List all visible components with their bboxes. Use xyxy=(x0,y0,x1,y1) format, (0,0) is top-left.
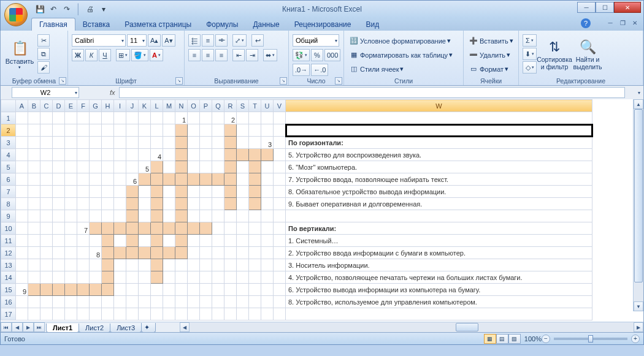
cell-K8[interactable] xyxy=(139,198,151,210)
cell-G11[interactable] xyxy=(90,235,102,247)
cell-L13[interactable] xyxy=(151,259,163,271)
grow-font-button[interactable]: A▴ xyxy=(148,34,161,47)
cell-H7[interactable] xyxy=(102,186,114,198)
col-header-T[interactable]: T xyxy=(249,100,261,112)
row-header-2[interactable]: 2 xyxy=(1,124,16,137)
cell-S5[interactable] xyxy=(237,161,249,173)
col-header-L[interactable]: L xyxy=(151,100,163,112)
cell-A16[interactable] xyxy=(16,296,28,308)
window-close-button[interactable]: ✕ xyxy=(614,2,641,13)
cell-V8[interactable] xyxy=(274,198,286,210)
cell-G7[interactable] xyxy=(90,186,102,198)
cell-D2[interactable] xyxy=(53,124,65,137)
col-header-C[interactable]: C xyxy=(40,100,53,112)
cell-P2[interactable] xyxy=(200,124,212,137)
cell-W3[interactable]: По горизонтали: xyxy=(286,137,592,149)
spreadsheet-grid[interactable]: ABCDEFGHIJKLMNOPQRSTUVW112233По горизонт… xyxy=(1,99,603,320)
col-header-H[interactable]: H xyxy=(102,100,114,112)
font-color-button[interactable]: A xyxy=(150,49,163,61)
cell-H4[interactable] xyxy=(102,149,114,161)
cell-B16[interactable] xyxy=(28,296,40,308)
cell-R9[interactable] xyxy=(224,210,237,222)
cell-C8[interactable] xyxy=(40,198,53,210)
cell-V4[interactable] xyxy=(274,149,286,161)
cell-D17[interactable] xyxy=(53,308,65,320)
cell-K7[interactable] xyxy=(139,186,151,198)
cell-W9[interactable] xyxy=(286,210,592,222)
cell-C10[interactable] xyxy=(40,222,53,235)
cell-R12[interactable] xyxy=(224,247,237,259)
cell-R6[interactable] xyxy=(224,173,237,186)
cell-E15[interactable] xyxy=(65,284,77,296)
cell-W16[interactable]: 8. Устройство, используемое для управлен… xyxy=(286,296,592,308)
cell-D3[interactable] xyxy=(53,137,65,149)
cell-V7[interactable] xyxy=(274,186,286,198)
cell-F1[interactable] xyxy=(77,112,90,124)
number-format-select[interactable]: Общий xyxy=(293,34,339,47)
cell-A11[interactable] xyxy=(16,235,28,247)
cell-R4[interactable] xyxy=(224,149,237,161)
zoom-slider[interactable] xyxy=(554,338,627,340)
cell-V10[interactable] xyxy=(274,222,286,235)
cell-M17[interactable] xyxy=(163,308,175,320)
cell-A17[interactable] xyxy=(16,308,28,320)
cell-E3[interactable] xyxy=(65,137,77,149)
cell-L9[interactable] xyxy=(151,210,163,222)
cell-R2[interactable] xyxy=(224,124,237,137)
cell-O9[interactable] xyxy=(188,210,200,222)
cell-U9[interactable] xyxy=(261,210,274,222)
cell-K14[interactable] xyxy=(139,271,151,284)
cell-C17[interactable] xyxy=(40,308,53,320)
sheet-nav-last-button[interactable]: ⏭ xyxy=(34,322,45,332)
cell-J15[interactable] xyxy=(126,284,139,296)
shrink-font-button[interactable]: A▾ xyxy=(162,34,175,47)
cell-L8[interactable] xyxy=(151,198,163,210)
cell-N16[interactable] xyxy=(175,296,188,308)
cell-G12[interactable]: 8 xyxy=(90,247,102,259)
cell-N12[interactable] xyxy=(175,247,188,259)
cell-B10[interactable] xyxy=(28,222,40,235)
cell-T4[interactable] xyxy=(249,149,261,161)
cell-S7[interactable] xyxy=(237,186,249,198)
view-page-break-button[interactable]: ▧ xyxy=(508,334,521,344)
autosum-button[interactable]: Σ xyxy=(523,34,537,47)
cell-R3[interactable] xyxy=(224,137,237,149)
cell-M9[interactable] xyxy=(163,210,175,222)
cell-A4[interactable] xyxy=(16,149,28,161)
row-header-6[interactable]: 6 xyxy=(1,173,16,186)
cell-J14[interactable] xyxy=(126,271,139,284)
qat-customize-icon[interactable]: ▾ xyxy=(99,4,109,14)
row-header-3[interactable]: 3 xyxy=(1,137,16,149)
cell-W7[interactable]: 8. Обязательное устройство вывода информ… xyxy=(286,186,592,198)
col-header-J[interactable]: J xyxy=(126,100,139,112)
cell-T15[interactable] xyxy=(249,284,261,296)
cell-Q16[interactable] xyxy=(212,296,224,308)
cell-E8[interactable] xyxy=(65,198,77,210)
cell-Q1[interactable] xyxy=(212,112,224,124)
cell-U1[interactable] xyxy=(261,112,274,124)
cell-Q8[interactable] xyxy=(212,198,224,210)
cell-C13[interactable] xyxy=(40,259,53,271)
cell-W1[interactable] xyxy=(286,112,592,124)
cell-T1[interactable] xyxy=(249,112,261,124)
cell-D16[interactable] xyxy=(53,296,65,308)
delete-cells-button[interactable]: ➖Удалить ▾ xyxy=(467,48,515,61)
font-name-select[interactable]: Calibri xyxy=(72,34,126,47)
cell-T11[interactable] xyxy=(249,235,261,247)
cell-P13[interactable] xyxy=(200,259,212,271)
cell-I7[interactable] xyxy=(114,186,126,198)
cell-G1[interactable] xyxy=(90,112,102,124)
col-header-B[interactable]: B xyxy=(28,100,40,112)
cell-E6[interactable] xyxy=(65,173,77,186)
cell-U11[interactable] xyxy=(261,235,274,247)
cell-Q13[interactable] xyxy=(212,259,224,271)
help-icon[interactable]: ? xyxy=(581,18,591,28)
cell-E1[interactable] xyxy=(65,112,77,124)
cell-V12[interactable] xyxy=(274,247,286,259)
cell-L17[interactable] xyxy=(151,308,163,320)
cell-U17[interactable] xyxy=(261,308,274,320)
vertical-scroll-thumb[interactable] xyxy=(634,109,643,282)
cell-S9[interactable] xyxy=(237,210,249,222)
row-header-10[interactable]: 10 xyxy=(1,222,16,235)
cell-H3[interactable] xyxy=(102,137,114,149)
